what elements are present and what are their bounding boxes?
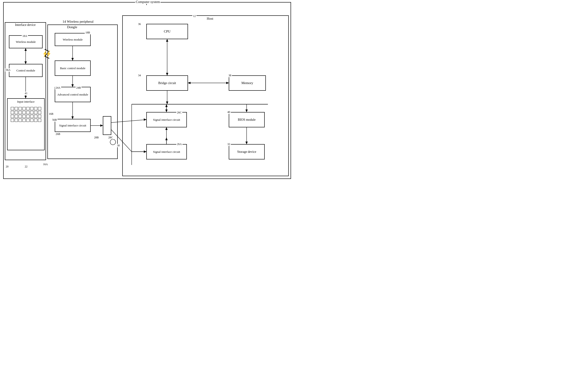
wireless-peripheral-num: 14 [63, 20, 66, 23]
svg-rect-9 [55, 33, 90, 46]
svg-marker-61 [165, 104, 168, 107]
svg-rect-8 [7, 99, 44, 150]
svg-rect-2 [5, 22, 46, 160]
svg-rect-5 [147, 75, 188, 91]
signal-interface-b: Signal interface circuit [55, 119, 90, 132]
num-26b: 26B [55, 133, 61, 136]
host-num: 12 [192, 14, 196, 18]
dongle-label: Dongle [66, 25, 78, 29]
bridge-circuit: Bridge circuit [147, 75, 188, 91]
svg-marker-35 [165, 137, 168, 140]
memory: Memory [229, 75, 266, 91]
num-26a: 26A [176, 142, 182, 146]
svg-rect-0 [122, 16, 288, 176]
num-18a: 18A [22, 34, 28, 38]
host-label: Host [206, 17, 214, 21]
bios-num: 40 [227, 110, 231, 114]
svg-marker-30 [245, 109, 248, 112]
svg-rect-10 [55, 61, 90, 75]
svg-marker-52 [144, 118, 147, 121]
num-26c: 26C [176, 111, 182, 114]
input-interface-box: Input interface [7, 99, 44, 150]
svg-line-51 [111, 120, 147, 123]
svg-marker-39 [24, 61, 27, 64]
svg-marker-28 [165, 109, 168, 112]
wireless-module-b: Wireless module [55, 33, 90, 46]
svg-rect-15 [229, 112, 264, 127]
svg-marker-33 [144, 150, 147, 153]
num-56b: 56B [51, 118, 57, 122]
storage-device: Storage device [229, 144, 264, 159]
svg-rect-14 [147, 112, 187, 127]
interface-device-label: Interface device [9, 23, 42, 27]
svg-marker-20 [166, 39, 168, 42]
arrows-svg [0, 0, 294, 184]
svg-marker-42 [24, 96, 27, 99]
svg-line-53 [111, 129, 132, 152]
bios-module: BIOS module [229, 112, 264, 127]
num-16b: 16B [48, 112, 54, 116]
svg-marker-46 [72, 84, 74, 87]
svg-rect-3 [147, 24, 188, 39]
storage-num: 32 [227, 142, 231, 146]
svg-marker-48 [72, 116, 74, 119]
svg-marker-19 [166, 73, 168, 75]
num-30: 30 [116, 144, 121, 147]
wireless-peripheral-label: 14Wireless peripheral [62, 20, 94, 24]
svg-rect-4 [229, 75, 266, 91]
svg-rect-13 [103, 116, 111, 135]
svg-rect-16 [147, 144, 187, 159]
num-24a: 24A [55, 86, 61, 90]
svg-marker-37 [245, 142, 248, 144]
cpu: CPU [147, 24, 188, 39]
num-28b: 28B [93, 136, 99, 139]
svg-marker-50 [100, 124, 103, 127]
basic-control-module: Basic control module [55, 61, 90, 75]
control-module: Control module [9, 64, 42, 77]
signal-interface-c: Signal interface circuit [147, 112, 187, 127]
num-41: 41 [24, 92, 28, 95]
svg-rect-12 [55, 119, 90, 132]
cpu-num: 36 [137, 22, 141, 26]
lightning-symbol: ⚡⚡ [43, 50, 50, 58]
num-28c: 28C [108, 136, 114, 139]
svg-point-58 [110, 139, 116, 145]
svg-marker-55 [144, 150, 147, 153]
memory-num: 38 [228, 74, 232, 77]
num-56a: 56A [5, 68, 11, 72]
svg-marker-57 [165, 127, 168, 130]
svg-marker-25 [166, 101, 168, 104]
svg-rect-17 [229, 144, 264, 159]
num-24b: 24B [75, 86, 82, 90]
svg-rect-1 [48, 25, 117, 159]
bridge-num: 34 [137, 74, 141, 77]
computer-system-label: Computer system [135, 0, 161, 4]
num-16a: 16A [42, 163, 49, 166]
svg-marker-22 [226, 82, 229, 84]
num-20: 20 [5, 165, 9, 168]
svg-rect-7 [9, 64, 42, 77]
svg-marker-44 [72, 58, 74, 61]
signal-interface-a: Signal interface circuit [147, 144, 187, 159]
diagram: Computer system Host 12 14Wireless perip… [0, 0, 294, 184]
svg-marker-23 [188, 82, 190, 84]
num-18b: 18B [85, 31, 91, 34]
num-22: 22 [24, 165, 28, 168]
input-interface-label: Input interface [17, 99, 35, 104]
svg-marker-40 [24, 48, 27, 51]
